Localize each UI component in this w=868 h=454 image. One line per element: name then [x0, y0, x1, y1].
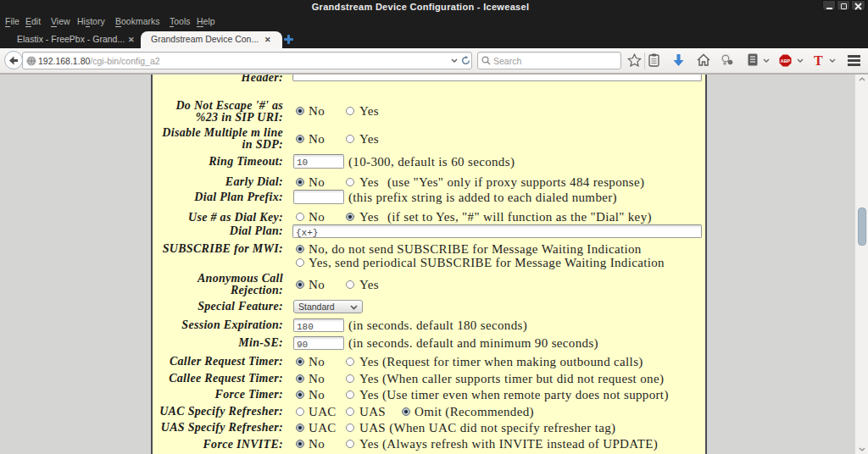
svg-text:ABP: ABP	[781, 58, 791, 64]
